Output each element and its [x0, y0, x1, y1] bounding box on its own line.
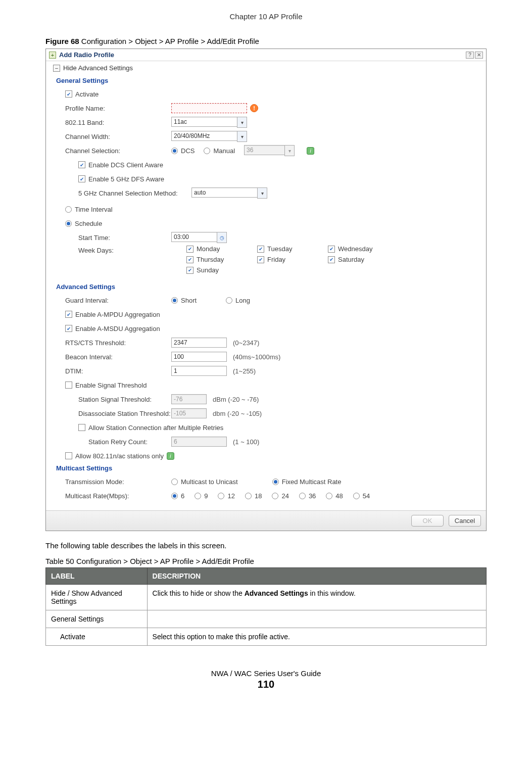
info-icon[interactable]: i [307, 147, 314, 155]
multicast-rate-label: Multicast Rate(Mbps): [65, 492, 171, 500]
profile-name-label: Profile Name: [65, 105, 171, 112]
toggle-advanced[interactable]: – Hide Advanced Settings [53, 64, 479, 72]
rate-24-radio[interactable] [272, 493, 278, 499]
station-signal-threshold-label: Station Signal Threshold: [65, 396, 171, 403]
beacon-hint: (40ms~1000ms) [233, 353, 280, 361]
day-thursday-label: Thursday [197, 256, 224, 263]
time-interval-radio[interactable] [65, 206, 72, 213]
dcs-client-aware-checkbox[interactable] [78, 161, 85, 168]
day-friday-checkbox[interactable] [257, 256, 264, 263]
allow-11nac-label: Allow 802.11n/ac stations only [75, 452, 164, 460]
dtim-input[interactable]: 1 [171, 366, 227, 376]
five-ghz-method-select[interactable]: auto ▾ [191, 187, 267, 199]
table-row: General Settings [46, 610, 487, 628]
chevron-down-icon: ▾ [257, 187, 267, 199]
footer-guide-title: NWA / WAC Series User's Guide [45, 669, 487, 678]
week-days-label: Week Days: [78, 245, 171, 254]
allow-retry-checkbox[interactable] [78, 424, 85, 431]
day-sunday-label: Sunday [197, 266, 219, 274]
transmission-mode-label: Transmission Mode: [65, 478, 171, 486]
rate-36-label: 36 [309, 492, 316, 500]
activate-checkbox[interactable] [65, 90, 72, 98]
dialog-button-bar: OK Cancel [46, 510, 486, 531]
rate-54-radio[interactable] [353, 493, 360, 499]
day-saturday-checkbox[interactable] [328, 256, 335, 263]
table-cell-label: General Settings [46, 610, 148, 628]
disassociate-threshold-hint: dbm (-20 ~ -105) [213, 410, 262, 417]
amsdu-label: Enable A-MSDU Aggregation [75, 325, 160, 332]
rate-9-radio[interactable] [195, 493, 201, 499]
dcs-client-aware-label: Enable DCS Client Aware [88, 161, 163, 169]
day-monday-checkbox[interactable] [186, 246, 194, 253]
guard-interval-label: Guard Interval: [65, 297, 171, 304]
rate-48-radio[interactable] [326, 493, 332, 499]
add-icon: + [49, 52, 56, 59]
rate-12-label: 12 [227, 492, 234, 500]
fixed-multicast-rate-label: Fixed Multicast Rate [282, 478, 342, 486]
rtscts-input[interactable]: 2347 [171, 338, 227, 348]
table-cell-desc: Click this to hide or show the Advanced … [147, 585, 486, 610]
guard-short-label: Short [181, 297, 197, 304]
day-wednesday-checkbox[interactable] [328, 246, 335, 253]
dcs-radio-label: DCS [181, 147, 195, 155]
close-icon[interactable]: ✕ [475, 52, 483, 59]
channel-width-select[interactable]: 20/40/80MHz ▾ [171, 131, 247, 142]
schedule-label: Schedule [75, 220, 102, 227]
time-interval-label: Time Interval [75, 206, 113, 213]
fixed-multicast-rate-radio[interactable] [272, 479, 279, 485]
beacon-label: Beacon Interval: [65, 353, 171, 361]
manual-channel-select: 36 ▾ [244, 145, 295, 156]
rate-18-label: 18 [255, 492, 262, 500]
ok-button[interactable]: OK [411, 515, 444, 527]
table-caption: Table 50 Configuration > Object > AP Pro… [45, 557, 487, 565]
profile-name-input[interactable] [171, 103, 247, 113]
disassociate-threshold-input[interactable]: -105 [171, 408, 207, 418]
dcs-radio[interactable] [171, 148, 178, 154]
rate-36-radio[interactable] [299, 493, 306, 499]
table-row: Hide / Show Advanced Settings Click this… [46, 585, 487, 610]
retry-count-input[interactable]: 6 [171, 437, 227, 447]
dtim-label: DTIM: [65, 367, 171, 375]
five-ghz-method-value: auto [191, 187, 257, 198]
day-sunday-checkbox[interactable] [186, 267, 194, 274]
retry-count-hint: (1 ~ 100) [233, 438, 259, 446]
heading-general-settings: General Settings [56, 77, 479, 84]
band-select[interactable]: 11ac ▾ [171, 117, 247, 128]
guard-long-radio[interactable] [226, 297, 232, 304]
schedule-radio[interactable] [65, 220, 72, 227]
multicast-to-unicast-radio[interactable] [171, 479, 178, 485]
rate-6-label: 6 [181, 492, 184, 500]
amsdu-checkbox[interactable] [65, 325, 72, 332]
page-number: 110 [45, 679, 487, 690]
dtim-hint: (1~255) [233, 367, 256, 375]
info-icon[interactable]: i [167, 452, 174, 460]
guard-short-radio[interactable] [171, 297, 178, 304]
day-thursday-checkbox[interactable] [186, 256, 194, 263]
ampdu-checkbox[interactable] [65, 311, 72, 318]
signal-threshold-checkbox[interactable] [65, 382, 72, 389]
activate-label: Activate [75, 90, 99, 98]
start-time-input[interactable]: 03:00 ◷ [171, 232, 227, 243]
collapse-icon: – [53, 65, 60, 72]
dfs-aware-checkbox[interactable] [78, 175, 85, 182]
body-text: The following table describes the labels… [45, 541, 487, 550]
table-cell-desc [147, 610, 486, 628]
allow-11nac-checkbox[interactable] [65, 452, 72, 459]
rate-48-label: 48 [335, 492, 343, 500]
day-monday-label: Monday [197, 245, 220, 253]
beacon-input[interactable]: 100 [171, 352, 227, 362]
manual-radio[interactable] [204, 148, 210, 154]
page-footer: NWA / WAC Series User's Guide 110 [45, 669, 487, 690]
station-signal-threshold-input[interactable]: -76 [171, 394, 207, 404]
cancel-button[interactable]: Cancel [449, 515, 481, 527]
rate-6-radio[interactable] [171, 493, 178, 499]
day-tuesday-checkbox[interactable] [257, 246, 264, 253]
rate-12-radio[interactable] [218, 493, 224, 499]
table-cell-label: Hide / Show Advanced Settings [46, 585, 148, 610]
rtscts-hint: (0~2347) [233, 339, 259, 347]
five-ghz-method-label: 5 GHz Channel Selection Method: [78, 189, 191, 197]
help-icon[interactable]: ? [466, 52, 474, 59]
rtscts-label: RTS/CTS Threshold: [65, 339, 171, 347]
chapter-header: Chapter 10 AP Profile [45, 12, 487, 21]
rate-18-radio[interactable] [245, 493, 252, 499]
